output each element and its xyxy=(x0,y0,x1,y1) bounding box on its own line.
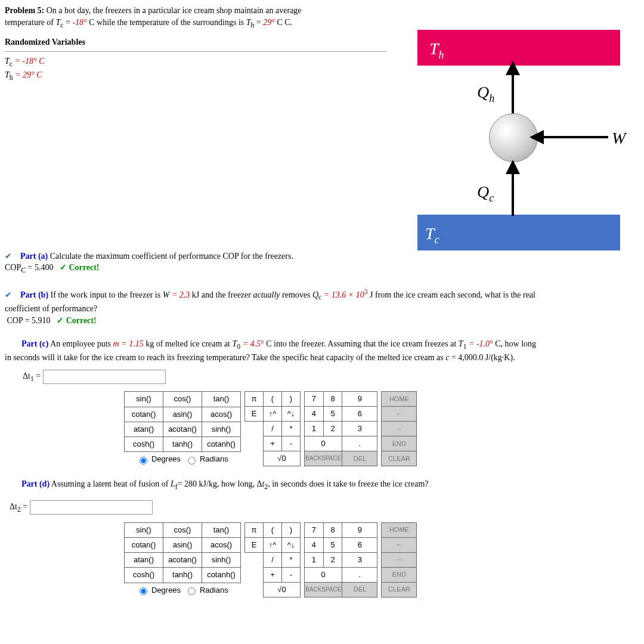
key[interactable]: ) xyxy=(282,392,301,407)
fn-key[interactable]: acotan() xyxy=(163,553,202,568)
key[interactable]: ) xyxy=(282,522,301,537)
sqrt-key[interactable]: √0 xyxy=(264,582,301,597)
key[interactable]: 4 xyxy=(305,407,324,422)
fn-key[interactable]: cotan() xyxy=(125,537,163,552)
pbqcv: = 13.6 × 10 xyxy=(321,290,364,299)
key[interactable]: 9 xyxy=(342,522,377,537)
pc3a: C into the freezer. Assuming that the ic… xyxy=(264,339,459,348)
key[interactable]: 5 xyxy=(323,407,342,422)
fn-key[interactable]: sin() xyxy=(125,392,163,407)
backspace-key[interactable]: BACKSPACE xyxy=(305,451,342,466)
key[interactable]: 0 xyxy=(305,567,342,582)
key[interactable]: / xyxy=(264,552,282,567)
c2: C xyxy=(275,18,283,27)
fn-key[interactable]: cotanh() xyxy=(202,436,241,451)
ctrl-key[interactable]: ← xyxy=(382,407,417,422)
angle-mode[interactable]: Degrees Radians xyxy=(125,583,241,597)
key[interactable]: π xyxy=(245,522,264,537)
pt2c: C. xyxy=(283,18,292,27)
key[interactable]: 5 xyxy=(323,537,342,552)
fn-key[interactable]: cotan() xyxy=(125,407,163,422)
key[interactable]: / xyxy=(264,422,282,436)
key[interactable]: 1 xyxy=(305,422,324,436)
backspace-key[interactable]: BACKSPACE xyxy=(305,582,342,597)
key[interactable]: 6 xyxy=(342,407,377,422)
sym-keys: π()E↑^^↓/*+-√0 xyxy=(244,391,301,466)
fn-key[interactable]: sin() xyxy=(125,522,163,537)
pc-dt: Δt xyxy=(23,371,30,380)
fn-key[interactable]: acos() xyxy=(202,407,241,422)
key[interactable]: ^↓ xyxy=(282,407,301,422)
key[interactable]: 9 xyxy=(342,392,377,407)
key[interactable]: . xyxy=(342,567,377,582)
fn-key[interactable]: cosh() xyxy=(125,436,163,451)
key[interactable]: 7 xyxy=(305,522,324,537)
ctrl-key[interactable]: END xyxy=(382,567,417,582)
key[interactable]: ^↓ xyxy=(282,537,301,552)
key[interactable]: 1 xyxy=(305,552,324,567)
pbact: actually xyxy=(253,290,280,299)
key[interactable]: + xyxy=(264,436,282,451)
key[interactable]: ( xyxy=(264,392,282,407)
ctrl-key[interactable]: HOME xyxy=(382,522,417,537)
sqrt-key[interactable]: √0 xyxy=(264,451,301,466)
key[interactable]: E xyxy=(245,537,264,552)
ctrl-key[interactable]: CLEAR xyxy=(382,582,417,597)
pd3: , in seconds does it take to freeze the … xyxy=(268,479,428,488)
key[interactable]: 4 xyxy=(305,537,324,552)
key[interactable]: ↑^ xyxy=(264,407,282,422)
key[interactable]: 6 xyxy=(342,537,377,552)
fn-key[interactable]: asin() xyxy=(163,537,202,552)
ctrl-key[interactable]: → xyxy=(382,552,417,567)
pbw: W xyxy=(163,290,170,299)
fn-key[interactable]: sinh() xyxy=(202,422,241,436)
partd-label: Part (d) xyxy=(21,479,49,488)
fn-key[interactable]: asin() xyxy=(163,407,202,422)
fn-key[interactable]: cos() xyxy=(163,392,202,407)
key[interactable]: + xyxy=(264,567,282,582)
key[interactable]: * xyxy=(282,552,301,567)
key[interactable]: 8 xyxy=(323,522,342,537)
key[interactable]: 0 xyxy=(305,436,342,451)
key[interactable]: 2 xyxy=(323,552,342,567)
fn-key[interactable]: acos() xyxy=(202,537,241,552)
fn-key[interactable]: tan() xyxy=(202,522,241,537)
fn-key[interactable]: atan() xyxy=(125,422,163,436)
fn-key[interactable]: cotanh() xyxy=(202,568,241,583)
key[interactable]: 3 xyxy=(342,552,377,567)
key[interactable]: - xyxy=(282,567,301,582)
fn-key[interactable]: cos() xyxy=(163,522,202,537)
fn-key[interactable]: cosh() xyxy=(125,568,163,583)
partc-answer-input[interactable] xyxy=(43,370,166,384)
fn-key[interactable]: acotan() xyxy=(163,422,202,436)
fn-key[interactable]: tanh() xyxy=(163,568,202,583)
angle-mode[interactable]: Degrees Radians xyxy=(125,452,241,467)
key[interactable]: π xyxy=(245,392,264,407)
ctrl-keys: HOME←→ENDCLEAR xyxy=(381,522,417,597)
key[interactable]: 7 xyxy=(305,392,324,407)
key[interactable]: 8 xyxy=(323,392,342,407)
key[interactable]: . xyxy=(342,436,377,451)
ctrl-key[interactable]: → xyxy=(382,422,417,436)
ctrl-key[interactable]: HOME xyxy=(382,392,417,407)
del-key[interactable]: DEL xyxy=(342,451,377,466)
key[interactable]: ↑^ xyxy=(264,537,282,552)
key[interactable]: * xyxy=(282,422,301,436)
pb2: kJ and the freezer xyxy=(190,290,253,299)
partd-answer-input[interactable] xyxy=(30,500,153,515)
key[interactable]: E xyxy=(245,407,264,422)
ctrl-key[interactable]: END xyxy=(382,436,417,451)
key[interactable]: 2 xyxy=(323,422,342,436)
qh-label: Qh xyxy=(477,80,494,106)
del-key[interactable]: DEL xyxy=(342,582,377,597)
key[interactable]: 3 xyxy=(342,422,377,436)
key[interactable]: ( xyxy=(264,522,282,537)
ctrl-key[interactable]: ← xyxy=(382,537,417,552)
fn-key[interactable]: atan() xyxy=(125,553,163,568)
pc-eq: = xyxy=(34,371,43,380)
key[interactable]: - xyxy=(282,436,301,451)
fn-key[interactable]: tanh() xyxy=(163,436,202,451)
fn-key[interactable]: tan() xyxy=(202,392,241,407)
ctrl-key[interactable]: CLEAR xyxy=(382,451,417,466)
fn-key[interactable]: sinh() xyxy=(202,553,241,568)
